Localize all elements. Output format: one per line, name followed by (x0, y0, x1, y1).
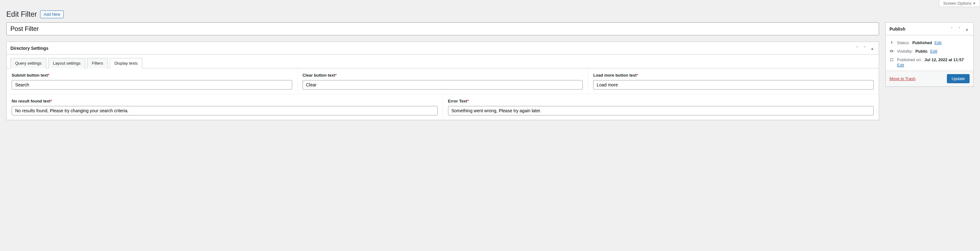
page-title: Edit Filter (6, 10, 37, 19)
tab-display-texts[interactable]: Display texts (110, 58, 143, 68)
pin-icon (889, 40, 894, 45)
error-text-label: Error Text* (448, 99, 874, 103)
directory-settings-title: Directory Settings (10, 46, 49, 51)
chevron-down-icon[interactable]: ˅ (862, 46, 867, 51)
move-up-icon[interactable]: ▴ (869, 46, 875, 51)
screen-options-toggle[interactable]: Screen Options ▼ (939, 0, 980, 7)
chevron-down-icon[interactable]: ˅ (956, 27, 962, 32)
chevron-up-icon[interactable]: ˄ (854, 46, 860, 51)
clear-button-text-label: Clear button text* (302, 73, 583, 78)
post-title-input[interactable] (6, 22, 879, 35)
directory-settings-box: Directory Settings ˄ ˅ ▴ Query settings … (6, 41, 879, 120)
move-up-icon[interactable]: ▴ (964, 27, 970, 32)
tab-layout-settings[interactable]: Layout settings (48, 58, 85, 68)
chevron-down-icon: ▼ (973, 2, 976, 5)
status-value: Published (912, 40, 932, 45)
move-to-trash-link[interactable]: Move to Trash (889, 76, 915, 81)
load-more-button-text-input[interactable] (593, 80, 874, 89)
edit-date-link[interactable]: Edit (897, 63, 904, 67)
tab-query-settings[interactable]: Query settings (10, 58, 46, 68)
status-label: Status: (897, 40, 910, 45)
edit-status-link[interactable]: Edit (935, 40, 942, 45)
load-more-button-text-label: Load more button text* (593, 73, 874, 78)
error-text-input[interactable] (448, 106, 874, 115)
visibility-value: Public (915, 49, 928, 54)
eye-icon (889, 49, 894, 53)
submit-button-text-label: Submit button text* (12, 73, 292, 78)
update-button[interactable]: Update (947, 74, 970, 83)
published-on-label: Published on: (897, 57, 922, 62)
clear-button-text-input[interactable] (302, 80, 583, 89)
no-result-text-label: No result found text* (12, 99, 438, 103)
submit-button-text-input[interactable] (12, 80, 292, 89)
visibility-label: Visibility: (897, 49, 913, 54)
publish-title: Publish (889, 27, 905, 32)
publish-box: Publish ˄ ˅ ▴ Status: Published Edit (885, 22, 974, 87)
no-result-text-input[interactable] (12, 106, 438, 115)
published-on-value: Jul 12, 2022 at 11:57 (924, 57, 964, 62)
edit-visibility-link[interactable]: Edit (930, 49, 937, 54)
calendar-icon (889, 57, 894, 62)
screen-options-label: Screen Options (943, 1, 972, 6)
tab-filters[interactable]: Filters (87, 58, 108, 68)
chevron-up-icon[interactable]: ˄ (949, 27, 955, 32)
add-new-button[interactable]: Add New (40, 10, 64, 18)
